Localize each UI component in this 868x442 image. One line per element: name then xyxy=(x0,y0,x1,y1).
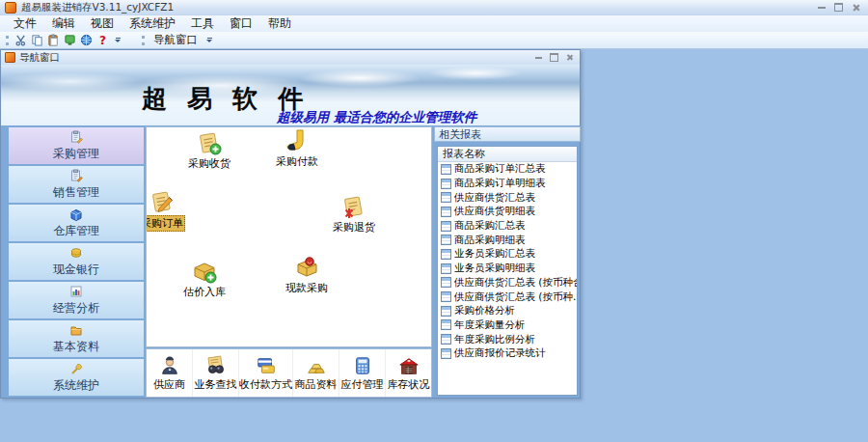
toolbar-grip-2[interactable] xyxy=(142,36,145,45)
cash-bank-module-icon xyxy=(69,246,83,260)
app-icon xyxy=(5,2,16,14)
minimize-icon[interactable] xyxy=(818,7,826,9)
basic-data-module-icon xyxy=(69,323,83,337)
web-icon xyxy=(80,34,93,46)
report-row[interactable]: 供应商供货汇总表 (按币种合... xyxy=(438,276,577,290)
nav-body: 采购管理 销售管理 xyxy=(1,125,580,398)
reports-column-header[interactable]: 报表名称 xyxy=(438,147,577,162)
cut-button[interactable] xyxy=(13,33,29,47)
system-button[interactable] xyxy=(62,33,78,47)
report-row[interactable]: 商品采购订单明细表 xyxy=(438,177,577,191)
sidebar-label: 仓库管理 xyxy=(53,223,99,239)
menu-system-maintenance[interactable]: 系统维护 xyxy=(122,15,183,32)
nav-overflow-chevron[interactable] xyxy=(204,38,214,42)
nav-minimize-icon[interactable] xyxy=(535,57,542,59)
sidebar-item-purchase[interactable]: 采购管理 xyxy=(9,127,144,164)
main-icon-purchase-return[interactable]: 采购退货 xyxy=(322,194,386,235)
shortcut-stock-status[interactable]: 库存状况 xyxy=(386,349,431,397)
report-icon xyxy=(441,192,451,203)
report-row[interactable]: 业务员采购汇总表 xyxy=(438,247,577,262)
main-panel: 采购收货 采购付款 xyxy=(146,126,432,347)
shortcut-bar: 供应商 业务查找 xyxy=(146,348,432,398)
toolbar-grip[interactable] xyxy=(6,36,9,45)
cash-purchase-icon xyxy=(294,255,319,280)
report-row[interactable]: 采购价格分析 xyxy=(438,304,577,318)
nav-window-titlebar: 导航窗口 xyxy=(1,50,580,66)
report-label: 商品采购订单汇总表 xyxy=(454,162,546,176)
web-button[interactable] xyxy=(78,33,95,47)
menu-view[interactable]: 视图 xyxy=(83,15,122,32)
report-label: 商品采购汇总表 xyxy=(454,219,526,233)
nav-close-icon[interactable] xyxy=(566,54,573,61)
report-row[interactable]: 商品采购订单汇总表 xyxy=(438,162,577,177)
report-label: 业务员采购汇总表 xyxy=(454,247,535,261)
shortcut-label: 库存状况 xyxy=(388,377,430,392)
menu-tools[interactable]: 工具 xyxy=(183,15,222,32)
menu-edit[interactable]: 编辑 xyxy=(44,15,83,32)
system-icon xyxy=(64,34,76,46)
sidebar-label: 现金银行 xyxy=(53,262,99,278)
close-icon[interactable] xyxy=(852,4,859,12)
main-icon-purchase-receive[interactable]: 采购收货 xyxy=(177,130,241,171)
sidebar-item-warehouse[interactable]: 仓库管理 xyxy=(9,205,144,241)
report-icon xyxy=(441,207,451,217)
main-icon-appraisal-instock[interactable]: 估价入库 xyxy=(173,259,236,299)
report-row[interactable]: 商品采购汇总表 xyxy=(438,219,577,234)
nav-window-button[interactable]: 导航窗口 xyxy=(149,33,203,47)
menu-file[interactable]: 文件 xyxy=(6,15,44,32)
report-row[interactable]: 商品采购明细表 xyxy=(438,233,577,247)
shortcut-goods[interactable]: 商品资料 xyxy=(293,349,339,397)
paste-button[interactable] xyxy=(45,33,62,47)
menu-window[interactable]: 窗口 xyxy=(222,15,260,32)
shortcut-label: 商品资料 xyxy=(295,377,338,392)
report-row[interactable]: 供应商供货汇总表 xyxy=(438,190,577,205)
sidebar-item-basic-data[interactable]: 基本资料 xyxy=(9,320,144,357)
nav-restore-icon[interactable] xyxy=(550,53,558,62)
menu-help[interactable]: 帮助 xyxy=(260,15,299,32)
sidebar-item-cash-bank[interactable]: 现金银行 xyxy=(9,243,144,280)
main-icon-label: 采购订单 xyxy=(146,215,185,232)
report-label: 年度采购比例分析 xyxy=(454,333,535,346)
report-row[interactable]: 年度采购比例分析 xyxy=(438,332,577,346)
report-icon xyxy=(441,334,451,345)
warehouse-module-icon xyxy=(69,207,83,221)
report-icon xyxy=(441,249,451,260)
reports-list: 报表名称 商品采购订单汇总表 商品采购订单明细表 供应商供货汇总表 供应商供货明… xyxy=(437,146,578,396)
shortcut-supplier[interactable]: 供应商 xyxy=(147,349,193,397)
purchase-pay-icon xyxy=(285,128,310,153)
report-icon xyxy=(441,263,451,274)
sidebar-item-system-maintenance[interactable]: 系统维护 xyxy=(9,359,144,396)
sidebar-item-sales[interactable]: 销售管理 xyxy=(9,166,144,203)
sidebar-label: 销售管理 xyxy=(53,184,99,201)
report-row[interactable]: 业务员采购明细表 xyxy=(438,262,577,276)
main-icon-cash-purchase[interactable]: 现款采购 xyxy=(275,255,339,295)
window-title: 超易服装进销存V3.11_cyJXCFZ1 xyxy=(21,1,818,14)
report-label: 业务员采购明细表 xyxy=(454,262,535,275)
report-row[interactable]: 年度采购量分析 xyxy=(438,318,577,333)
report-row[interactable]: 供应商供货汇总表 (按币种... xyxy=(438,290,577,304)
appraisal-instock-icon xyxy=(192,259,217,284)
copy-button[interactable] xyxy=(29,33,45,47)
help-button[interactable]: ? xyxy=(95,33,111,47)
report-icon xyxy=(441,277,451,288)
report-row[interactable]: 供应商报价记录统计 xyxy=(438,346,577,361)
shortcut-label: 收付款方式 xyxy=(239,377,292,392)
main-icon-label: 采购退货 xyxy=(333,220,375,235)
main-icon-purchase-order[interactable]: 采购订单 xyxy=(146,189,194,232)
sidebar-item-analysis[interactable]: 经营分析 xyxy=(9,282,144,318)
report-label: 供应商报价记录统计 xyxy=(454,346,546,360)
window-titlebar: 超易服装进销存V3.11_cyJXCFZ1 xyxy=(0,0,868,15)
main-icon-label: 估价入库 xyxy=(183,285,226,299)
sidebar: 采购管理 销售管理 xyxy=(9,127,144,396)
restore-icon[interactable] xyxy=(834,3,843,12)
mdi-area: 导航窗口 超 易 软 件 超级易用 最适合您的企业管理软件 xyxy=(0,49,868,442)
main-icon-purchase-pay[interactable]: 采购付款 xyxy=(265,128,329,169)
shortcut-biz-search[interactable]: 业务查找 xyxy=(193,349,239,397)
report-row[interactable]: 供应商供货明细表 xyxy=(438,205,577,219)
purchase-module-icon xyxy=(69,130,83,144)
shortcut-payable[interactable]: 应付管理 xyxy=(339,349,386,397)
sidebar-label: 基本资料 xyxy=(53,339,99,355)
shortcut-payment-method[interactable]: 收付款方式 xyxy=(239,349,293,397)
report-icon xyxy=(441,164,451,175)
toolbar-overflow-chevron[interactable] xyxy=(113,38,122,42)
